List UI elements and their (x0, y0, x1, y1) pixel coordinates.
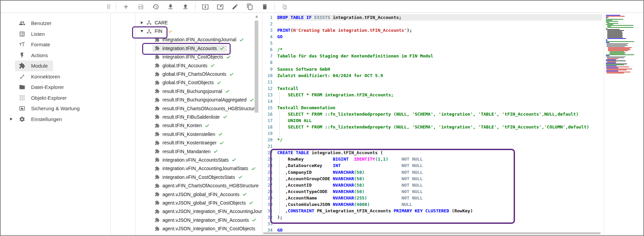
editor-line[interactable] (277, 59, 602, 66)
edit-button[interactable] (228, 2, 242, 12)
chevron-right-icon[interactable] (10, 118, 12, 120)
editor-line[interactable] (277, 130, 602, 137)
editor-line[interactable]: SELECT * FROM integration.tFIN_Accounts; (277, 92, 602, 98)
tree-item[interactable]: integration.tFIN_AccountingJournal (135, 36, 262, 44)
sidebar-item-formate[interactable]: Formate (15, 39, 55, 50)
editor-line[interactable] (277, 79, 602, 85)
tree-item[interactable]: result.tFIN_ChartsOfAccounts_HGBStructur… (135, 104, 262, 113)
tree-item[interactable]: integration.tFIN_Accounts (135, 44, 262, 52)
sidebar-item-actions[interactable]: Actions (15, 50, 53, 61)
editor-line[interactable]: DROP TABLE IF EXISTS integration.tFIN_Ac… (277, 14, 602, 21)
sidebar-item-objekt-explorer[interactable]: Objekt-Explorer (15, 93, 72, 103)
editor-minimap[interactable] (604, 14, 644, 235)
sidebar-item-sicherung-wartung[interactable]: Sicherung & Wartung (15, 103, 85, 114)
editor-line[interactable]: Zuletzt modifiziert: 04/2024 for OCT 5.9 (277, 72, 602, 79)
scrollbar-up-arrow-icon[interactable] (255, 15, 258, 18)
minimap-line (606, 34, 642, 35)
puzzle-icon (155, 174, 160, 180)
editor-line[interactable]: RowKey BIGINT IDENTITY(1,1) NOT NULL (277, 156, 602, 162)
delete-button[interactable] (257, 2, 272, 12)
tree-item[interactable]: agent.vJSON_global_tFIN_Accounts (135, 190, 262, 198)
editor-line[interactable]: SELECT * FROM ::fn_listextendedproperty … (277, 111, 602, 117)
tree-group-fin[interactable]: FIN (135, 27, 262, 35)
restore-version-button[interactable] (148, 2, 163, 12)
tree-item[interactable]: integration.vFIN_CostObjectsStats (135, 173, 262, 181)
editor-line[interactable]: GO (277, 33, 602, 40)
tree-scrollbar[interactable] (254, 14, 259, 235)
tree-item[interactable]: integration.vFIN_AccountsStats (135, 156, 262, 164)
editor-line[interactable] (277, 98, 602, 104)
editor-line[interactable]: CREATE TABLE integration.tFIN_Accounts ( (277, 149, 602, 156)
tree-item[interactable]: result.tFIN_Kostenstellen (135, 130, 262, 138)
sidebar-item-datei-explorer[interactable]: Datei-Explorer (15, 82, 69, 93)
minimap-line (606, 58, 642, 59)
duplicate-button[interactable] (242, 2, 257, 12)
tree-scrollbar-thumb[interactable] (255, 21, 258, 113)
tree-group-care[interactable]: CARE (135, 18, 262, 27)
tree-item[interactable]: global.tFIN_Accounts (135, 61, 262, 70)
tree-item[interactable]: integration.tFIN_CostObjects (135, 53, 262, 61)
sidebar-item-konnektoren[interactable]: Konnektoren (15, 71, 65, 82)
remove-from-database-button[interactable] (213, 2, 228, 12)
tree-item[interactable]: result.tFIN_BuchungsjournalAggregated (135, 96, 262, 104)
editor-line[interactable]: */ (277, 137, 602, 143)
editor-line[interactable]: ,AccountGroupCODE NVARCHAR(50) NOT NULL (277, 175, 602, 182)
editor-line[interactable]: Testcall Documentation (277, 104, 602, 111)
editor-line[interactable]: ,AccountID NVARCHAR(50) NOT NULL (277, 182, 602, 188)
sidebar-item-benutzer[interactable]: Benutzer (15, 18, 57, 29)
tree-item-label: integration.tFIN_CostObjects (162, 54, 223, 60)
editor-line[interactable]: ,AccountName NVARCHAR(255) NOT NULL (277, 195, 602, 201)
download-button[interactable] (163, 2, 178, 12)
check-icon (249, 97, 254, 102)
tree-item[interactable]: global.tFIN_CostObjects (135, 78, 262, 87)
editor-line[interactable]: UNION ALL (277, 117, 602, 124)
chevron-down-icon[interactable] (139, 30, 144, 32)
editor-line[interactable]: ,CustomValuesJSON NVARCHAR(4000) NULL (277, 201, 602, 208)
editor-line[interactable]: PRINT(N'Creating table integration.tFIN_… (277, 27, 602, 33)
minimap-line (606, 35, 642, 36)
editor-line[interactable]: Saxess Software GmbH (277, 66, 602, 72)
tree-item[interactable]: agent.vJSON_integration_tFIN_CostObjects (135, 224, 262, 233)
tree-item[interactable]: agent.vJSON_integration_tFIN_Accounts (135, 216, 262, 224)
tree-item[interactable]: result.tFIN_Konten (135, 121, 262, 130)
check-icon (239, 37, 244, 42)
editor-line[interactable]: ); (277, 214, 602, 220)
editor-horizontal-scrollbar[interactable] (263, 232, 601, 234)
drag-handle[interactable] (107, 4, 110, 9)
tree-item-label: global.tFIN_Accounts (162, 63, 207, 68)
editor-line[interactable]: SELECT * FROM ::fn_listextendedproperty … (277, 124, 602, 130)
tree-item[interactable]: integration.vFIN_AccountingJournalStats (135, 164, 262, 173)
editor-line[interactable]: Tabelle für das Staging der Kontendefini… (277, 53, 602, 59)
editor-code-area[interactable]: DROP TABLE IF EXISTS integration.tFIN_Ac… (277, 14, 602, 233)
sidebar-item-einstellungen[interactable]: Einstellungen (15, 114, 67, 125)
upload-button[interactable] (178, 2, 193, 12)
editor-line[interactable]: ,CONSTRAINT PK_integration_tFIN_Accounts… (277, 208, 602, 214)
tree-item[interactable]: agent.vJSON_integration_tFIN_AccountingJ… (135, 207, 262, 216)
editor-line[interactable] (277, 143, 602, 149)
tree-item[interactable]: agent.vFIN_ChartsOfAccounts_HGBStructure (135, 181, 262, 190)
tree-item[interactable]: result.tFIN_Kostentraeger (135, 138, 262, 147)
tree-item[interactable]: result.tFIN_FiBuSaldenliste (135, 113, 262, 121)
editor-line[interactable]: ,DataSourceKey INT NOT NULL (277, 162, 602, 169)
editor-line[interactable] (277, 21, 602, 27)
tree-item[interactable]: agent.vJSON_global_tFIN_CostObjects (135, 198, 262, 207)
editor-line[interactable]: ,CompanyID NVARCHAR(50) NOT NULL (277, 169, 602, 175)
editor-line[interactable] (277, 40, 602, 46)
add-button[interactable] (119, 2, 133, 12)
editor-line[interactable]: /* (277, 46, 602, 53)
tree-item[interactable]: result.tFIN_Buchungsjournal (135, 87, 262, 95)
upload-icon (182, 3, 189, 10)
toolbar-separator (275, 3, 275, 11)
folder-icon (19, 84, 25, 90)
editor-line[interactable]: ,AccountTypeCODE NVARCHAR(50) NOT NULL (277, 188, 602, 195)
sql-code-editor[interactable]: 1234567891011121314151617181920212223242… (262, 13, 602, 235)
chevron-right-icon[interactable] (139, 21, 144, 24)
tree-item[interactable]: result.tFIN_Mandanten (135, 147, 262, 156)
editor-line[interactable]: Testcall (277, 85, 602, 92)
sidebar-item-module[interactable]: Module (15, 61, 53, 71)
deploy-to-database-button[interactable] (198, 2, 213, 12)
sidebar-item-listen[interactable]: Listen (15, 29, 50, 40)
editor-line[interactable] (277, 220, 602, 227)
trash-icon (261, 3, 268, 10)
tree-item[interactable]: global.tFIN_ChartsOfAccounts (135, 70, 262, 78)
